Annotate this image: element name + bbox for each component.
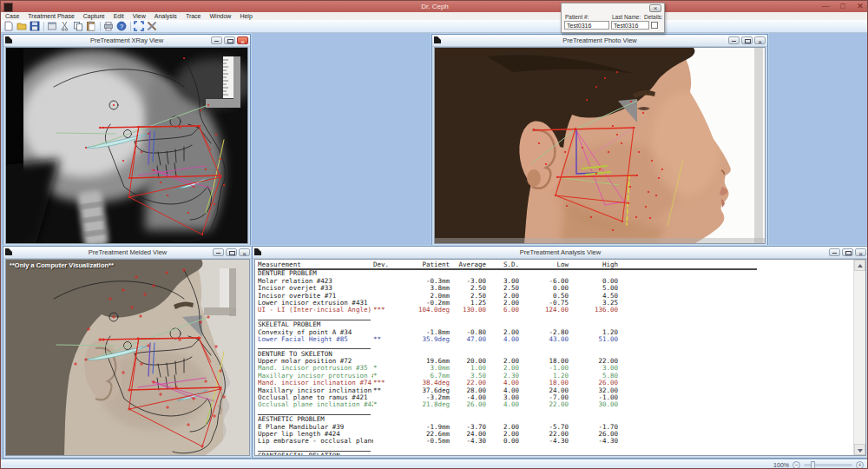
zoom-slider[interactable]	[804, 464, 852, 466]
cell: 6.00	[486, 307, 519, 314]
window-icon	[5, 248, 12, 255]
cell: 104.0deg	[406, 307, 450, 314]
window-icon	[5, 36, 12, 43]
cell: ***	[373, 380, 406, 386]
section-separator	[258, 343, 853, 350]
analysis-row: Upper molar position #7219.6mm20.002.001…	[258, 358, 853, 365]
tools-icon[interactable]	[147, 21, 157, 31]
cell: Incisor overbite #71	[258, 293, 373, 300]
cell: Convexity of point A #34	[258, 329, 373, 336]
melded-window-titlebar[interactable]: PreTreatment Melded View	[3, 247, 252, 259]
scroll-down-icon[interactable]	[854, 444, 865, 455]
minimize-button[interactable]	[728, 36, 740, 44]
cell: UI - LI (Inter-incisal Angle) #8	[258, 307, 373, 314]
cell: Incisor overjet #33	[258, 285, 373, 292]
cell: 3.00	[569, 365, 618, 372]
minimize-button[interactable]	[211, 36, 222, 44]
cell: AESTHETIC PROBLEM	[258, 416, 373, 423]
maximize-button[interactable]	[224, 36, 235, 44]
column-header: Patient	[406, 261, 450, 268]
menu-edit[interactable]: Edit	[109, 12, 128, 20]
close-button[interactable]	[237, 36, 248, 44]
menu-help[interactable]: Help	[235, 12, 256, 20]
analysis-row: Convexity of point A #34-1.8mm-0.802.00-…	[258, 329, 853, 336]
cell: 38.4deg	[406, 380, 450, 386]
copy-icon[interactable]	[73, 21, 83, 31]
zoom-slider-handle[interactable]	[811, 461, 815, 469]
details-label: Details:	[644, 14, 663, 20]
cell: ***	[373, 307, 406, 314]
cell: 3.25	[569, 300, 618, 307]
open-folder-icon[interactable]	[16, 21, 27, 31]
minimize-button[interactable]: —	[820, 1, 831, 12]
cell: 22.00	[450, 380, 486, 386]
menu-treatment-phase[interactable]: Treatment Phase	[23, 12, 78, 20]
cell: -5.70	[519, 424, 569, 431]
capture-icon[interactable]	[134, 21, 144, 31]
cell: 5.00	[569, 285, 618, 292]
close-button[interactable]	[754, 36, 766, 44]
cell: 4.00	[486, 401, 519, 408]
zoom-out-icon[interactable]: −	[792, 461, 800, 469]
menu-trace[interactable]: Trace	[181, 12, 206, 20]
cell: 22.00	[519, 431, 569, 438]
cell: Upper lip length #424	[258, 431, 373, 438]
menu-window[interactable]: Window	[206, 12, 236, 20]
close-button[interactable]	[855, 248, 866, 256]
analysis-content: MeasurementDev.PatientAverageS.D.LowHigh…	[254, 259, 866, 456]
save-icon[interactable]	[30, 21, 40, 31]
menu-view[interactable]: View	[128, 12, 150, 20]
menu-analysis[interactable]: Analysis	[150, 12, 181, 20]
photo-window-title: PreTreatment Photo View	[562, 36, 636, 44]
analysis-window-titlebar[interactable]: PreTreatment Analysis View	[253, 247, 868, 259]
window-icon[interactable]	[47, 21, 57, 31]
help-icon[interactable]: ?	[116, 21, 127, 31]
window-icon	[434, 36, 441, 43]
menu-capture[interactable]: Capture	[79, 12, 109, 20]
minimize-button[interactable]	[829, 248, 840, 256]
cell: -0.2mm	[406, 300, 450, 307]
vertical-scrollbar[interactable]	[853, 260, 865, 455]
cell: -4.30	[569, 438, 618, 445]
analysis-row: Molar relation #423-0.3mm-3.003.00-6.000…	[258, 278, 853, 285]
close-button[interactable]: ✕	[855, 1, 865, 12]
xray-canvas[interactable]	[5, 47, 248, 244]
patient-number-input[interactable]: Test0316	[564, 21, 609, 30]
cell: Maxillary incisor protrusion #73	[258, 373, 373, 380]
maximize-button[interactable]	[741, 36, 753, 44]
cell: 2.00	[486, 300, 519, 307]
photo-window-titlebar[interactable]: PreTreatment Photo View	[432, 35, 767, 47]
cut-icon[interactable]	[60, 21, 70, 31]
close-button[interactable]	[239, 248, 250, 256]
xray-window-titlebar[interactable]: PreTreatment XRay View	[3, 35, 250, 47]
cell: 2.50	[450, 293, 486, 300]
cell: -1.00	[519, 365, 569, 372]
maximize-button[interactable]	[842, 248, 853, 256]
minimize-button[interactable]	[213, 248, 224, 256]
last-name-input[interactable]: Test0316	[611, 21, 649, 30]
new-document-icon[interactable]	[3, 21, 14, 31]
toolbar: ?	[1, 20, 868, 33]
cell: -0.3mm	[406, 278, 450, 285]
analysis-row: Maxillary incisor protrusion #73*6.7mm3.…	[258, 373, 853, 380]
menu-case[interactable]: Case	[1, 12, 23, 20]
window-icon	[254, 248, 261, 255]
maximize-button[interactable]: □	[838, 1, 848, 12]
analysis-row: Incisor overbite #712.0mm2.502.000.504.5…	[258, 293, 853, 300]
print-icon[interactable]	[103, 21, 114, 31]
cell: 6.7mm	[406, 373, 450, 380]
zoom-in-icon[interactable]: +	[856, 461, 864, 469]
maximize-button[interactable]	[226, 248, 237, 256]
title-bar[interactable]: Dr. Ceph — □ ✕	[1, 1, 868, 12]
analysis-window-title: PreTreatment Analysis View	[520, 248, 601, 256]
cell: 22.6mm	[406, 431, 450, 438]
analysis-row: Mand. incisor inclination #74***38.4deg2…	[258, 380, 853, 386]
scroll-up-icon[interactable]	[854, 260, 865, 271]
patient-panel-close-icon[interactable]: ×	[649, 4, 661, 12]
photo-canvas[interactable]	[434, 47, 766, 244]
cell: Molar relation #423	[258, 278, 373, 285]
cell: -2.80	[519, 329, 569, 336]
melded-canvas[interactable]: **Only a Computer Visualization**	[5, 259, 250, 456]
details-checkbox[interactable]	[651, 22, 658, 29]
paste-icon[interactable]	[86, 21, 96, 31]
